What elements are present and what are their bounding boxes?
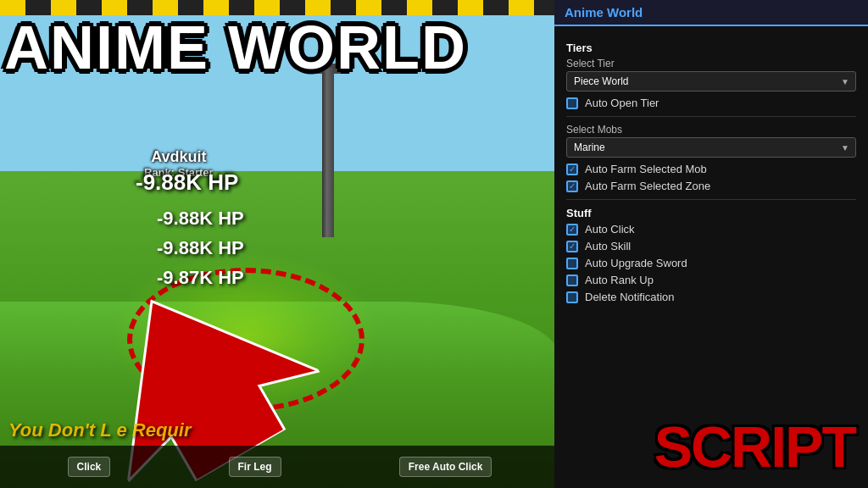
game-title: ANIME WORLD <box>4 17 467 78</box>
auto-open-tier-checkbox[interactable] <box>566 97 578 109</box>
auto-farm-mob-checkbox[interactable] <box>566 164 578 175</box>
auto-skill-label: Auto Skill <box>585 240 631 252</box>
auto-open-tier-label: Auto Open Tier <box>585 97 659 109</box>
select-mobs-label: Select Mobs <box>566 124 856 136</box>
select-tier-label: Select Tier <box>566 58 856 69</box>
auto-farm-zone-checkbox[interactable] <box>566 180 578 192</box>
script-label: SCRIPT <box>654 413 855 480</box>
auto-rank-up-row[interactable]: Auto Rank Up <box>566 274 856 286</box>
auto-skill-checkbox[interactable] <box>566 241 578 252</box>
mob-dropdown-wrapper[interactable]: Marine <box>566 137 856 158</box>
auto-click-label: Auto Click <box>585 223 635 236</box>
auto-click-row[interactable]: Auto Click <box>566 223 856 236</box>
tier-dropdown-wrapper[interactable]: Piece World <box>566 71 856 92</box>
player-name: Avdkuit <box>144 148 214 166</box>
auto-rank-up-checkbox[interactable] <box>566 274 578 286</box>
delete-notification-label: Delete Notification <box>585 291 675 303</box>
delete-notification-checkbox[interactable] <box>566 291 578 303</box>
free-auto-click-button[interactable]: Free Auto Click <box>399 457 492 477</box>
auto-farm-zone-row[interactable]: Auto Farm Selected Zone <box>566 180 856 192</box>
damage-1: -9.88K HP <box>157 203 244 233</box>
click-button[interactable]: Click <box>68 457 111 477</box>
stuff-section-label: Stuff <box>566 207 856 219</box>
auto-rank-up-label: Auto Rank Up <box>585 274 654 286</box>
tier-select[interactable]: Piece World <box>566 71 856 92</box>
bottom-bar: Click Fir Leg Free Auto Click <box>0 446 559 488</box>
damage-2: -9.88K HP <box>157 233 244 263</box>
divider-2 <box>566 199 856 200</box>
auto-skill-row[interactable]: Auto Skill <box>566 240 856 252</box>
game-area: ANIME WORLD Avdkuit Rank: Starter -9.88K… <box>0 0 559 488</box>
auto-farm-zone-label: Auto Farm Selected Zone <box>585 180 710 192</box>
tiers-section-label: Tiers <box>566 42 856 54</box>
lamp-post <box>322 68 334 237</box>
auto-upgrade-sword-label: Auto Upgrade Sword <box>585 257 687 269</box>
damage-3: -9.87K HP <box>157 263 244 292</box>
script-panel: Anime World Tiers Select Tier Piece Worl… <box>554 0 868 488</box>
auto-open-tier-row[interactable]: Auto Open Tier <box>566 97 856 109</box>
damage-main: -9.88K HP <box>136 169 238 196</box>
delete-notification-row[interactable]: Delete Notification <box>566 291 856 303</box>
fir-leg-button[interactable]: Fir Leg <box>229 457 281 477</box>
auto-farm-mob-row[interactable]: Auto Farm Selected Mob <box>566 163 856 175</box>
mob-select[interactable]: Marine <box>566 137 856 158</box>
panel-title: Anime World <box>554 0 868 26</box>
auto-upgrade-sword-row[interactable]: Auto Upgrade Sword <box>566 257 856 269</box>
bottom-text: You Don't L e Requir <box>8 419 191 441</box>
auto-farm-mob-label: Auto Farm Selected Mob <box>585 163 707 175</box>
auto-upgrade-sword-checkbox[interactable] <box>566 258 578 269</box>
damage-list: -9.88K HP -9.88K HP -9.87K HP <box>157 203 244 293</box>
auto-click-checkbox[interactable] <box>566 224 578 236</box>
divider-1 <box>566 116 856 117</box>
